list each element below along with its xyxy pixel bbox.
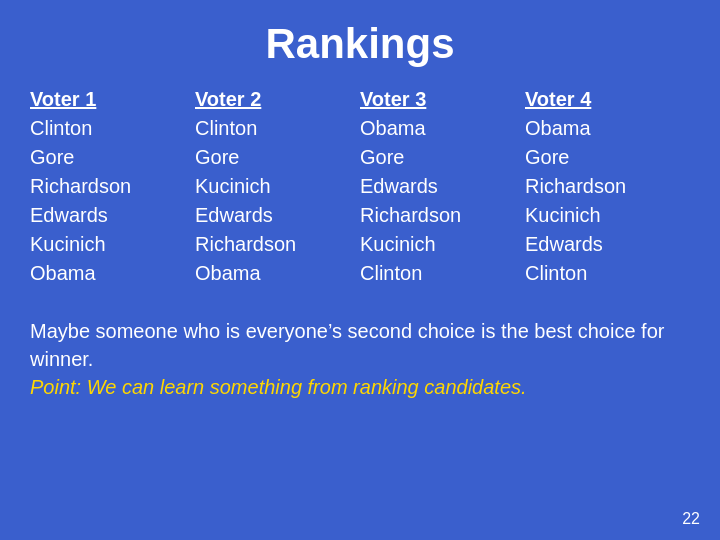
- voter-col-2: Voter 2ClintonGoreKucinichEdwardsRichard…: [195, 88, 360, 287]
- bottom-text: Maybe someone who is everyone’s second c…: [30, 317, 690, 401]
- slide-title: Rankings: [30, 20, 690, 68]
- voter-2-rank-1: Clinton: [195, 115, 360, 142]
- voter-1-rank-3: Richardson: [30, 173, 195, 200]
- voter-1-rank-6: Obama: [30, 260, 195, 287]
- voter-4-rank-3: Richardson: [525, 173, 690, 200]
- rankings-table: Voter 1ClintonGoreRichardsonEdwardsKucin…: [30, 88, 690, 287]
- voter-col-3: Voter 3ObamaGoreEdwardsRichardsonKucinic…: [360, 88, 525, 287]
- voter-col-4: Voter 4ObamaGoreRichardsonKucinichEdward…: [525, 88, 690, 287]
- voter-col-1: Voter 1ClintonGoreRichardsonEdwardsKucin…: [30, 88, 195, 287]
- voter-4-rank-5: Edwards: [525, 231, 690, 258]
- bottom-text-plain: Maybe someone who is everyone’s second c…: [30, 320, 664, 370]
- voter-2-rank-4: Edwards: [195, 202, 360, 229]
- voter-3-rank-4: Richardson: [360, 202, 525, 229]
- voter-2-rank-3: Kucinich: [195, 173, 360, 200]
- voter-2-rank-2: Gore: [195, 144, 360, 171]
- voter-4-rank-1: Obama: [525, 115, 690, 142]
- voter-4-rank-4: Kucinich: [525, 202, 690, 229]
- voter-header-1: Voter 1: [30, 88, 195, 111]
- voter-1-rank-4: Edwards: [30, 202, 195, 229]
- voter-3-rank-6: Clinton: [360, 260, 525, 287]
- voter-header-2: Voter 2: [195, 88, 360, 111]
- bottom-text-italic: Point: We can learn something from ranki…: [30, 376, 527, 398]
- voter-3-rank-5: Kucinich: [360, 231, 525, 258]
- voter-1-rank-5: Kucinich: [30, 231, 195, 258]
- voter-2-rank-5: Richardson: [195, 231, 360, 258]
- voter-4-rank-2: Gore: [525, 144, 690, 171]
- voter-2-rank-6: Obama: [195, 260, 360, 287]
- voter-header-3: Voter 3: [360, 88, 525, 111]
- voter-3-rank-1: Obama: [360, 115, 525, 142]
- voter-3-rank-2: Gore: [360, 144, 525, 171]
- voter-header-4: Voter 4: [525, 88, 690, 111]
- voter-4-rank-6: Clinton: [525, 260, 690, 287]
- voter-1-rank-2: Gore: [30, 144, 195, 171]
- voter-3-rank-3: Edwards: [360, 173, 525, 200]
- slide: Rankings Voter 1ClintonGoreRichardsonEdw…: [0, 0, 720, 540]
- page-number: 22: [682, 510, 700, 528]
- voter-1-rank-1: Clinton: [30, 115, 195, 142]
